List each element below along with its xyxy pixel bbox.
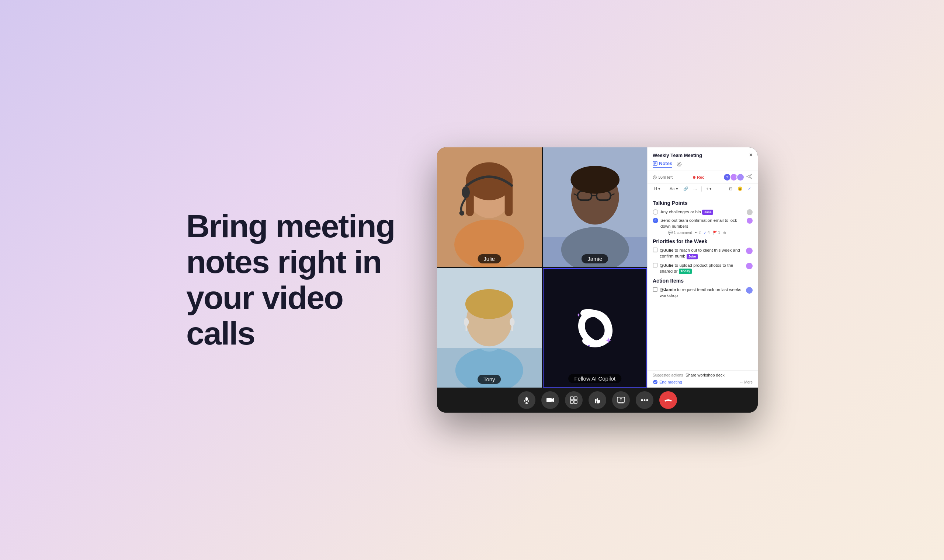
view-button[interactable]: ⊡ xyxy=(728,186,734,192)
priority-1-text: @Julie to reach out to client this week … xyxy=(660,247,744,259)
close-button[interactable]: × xyxy=(749,152,753,158)
svg-point-24 xyxy=(510,318,515,326)
confirm-button[interactable]: ✓ xyxy=(747,186,753,192)
toolbar-row: H ▾ Aa ▾ 🔗 ··· + ▾ ⊡ 🙂 ✓ xyxy=(648,184,758,194)
svg-rect-43 xyxy=(546,398,552,402)
hand-icon xyxy=(594,396,601,404)
hero-section: Bring meeting notes right in your video … xyxy=(186,209,407,351)
ai-label: Fellow AI Copilot xyxy=(568,374,622,383)
share-screen-button[interactable] xyxy=(612,391,630,409)
svg-text:✦: ✦ xyxy=(576,312,581,318)
comment-bar: 💬 1 comment •• 2 ✓ 4 xyxy=(668,231,745,235)
svg-rect-48 xyxy=(574,400,577,403)
emoji-button[interactable]: 🙂 xyxy=(736,186,744,192)
svg-point-16 xyxy=(571,166,620,194)
action-item-1-text: @Jamie to request feedback on last weeks… xyxy=(660,287,744,298)
mic-icon xyxy=(523,397,530,404)
avatar-purple-1 xyxy=(747,218,753,224)
add-reaction[interactable]: ⊕ xyxy=(723,231,726,235)
action-checkbox-1[interactable] xyxy=(653,287,657,292)
rec-dot xyxy=(693,176,696,179)
svg-point-7 xyxy=(460,211,464,216)
phone-end-icon xyxy=(664,397,673,403)
action-item-1: @Jamie to request feedback on last weeks… xyxy=(653,287,753,298)
more-text[interactable]: ··· More xyxy=(740,380,753,384)
talking-point-1: Any challenges or bloJulie xyxy=(653,209,753,215)
comment-emoji: 💬 xyxy=(668,231,673,235)
svg-rect-46 xyxy=(574,397,577,400)
priority-2-text: @Julie to upload product photos to the s… xyxy=(660,262,744,274)
svg-rect-47 xyxy=(571,400,574,403)
jamie-label: Jamie xyxy=(582,254,608,263)
link-button[interactable]: 🔗 xyxy=(682,186,690,192)
svg-point-22 xyxy=(464,318,469,326)
avatar-indigo-1 xyxy=(746,287,753,294)
action-items-heading: Action Items xyxy=(653,278,753,284)
talking-points-heading: Talking Points xyxy=(653,200,753,206)
talking-point-2: Send out team confirmation email to lock… xyxy=(653,217,753,235)
reaction-count: •• 2 xyxy=(695,231,700,235)
comment-text: 1 comment xyxy=(674,231,692,235)
svg-point-21 xyxy=(465,289,513,319)
end-meeting-bar: End meeting ··· More xyxy=(648,378,758,388)
text-format-button[interactable]: Aa ▾ xyxy=(668,186,680,192)
svg-marker-44 xyxy=(552,398,554,402)
end-meeting-button[interactable]: End meeting xyxy=(653,380,682,385)
video-grid: Julie xyxy=(437,148,647,388)
fellow-logo-icon: ✦ ✦ ✦ xyxy=(571,304,619,352)
raise-hand-button[interactable] xyxy=(589,391,606,409)
mic-button[interactable] xyxy=(518,391,535,409)
julie-tag-2: Julie xyxy=(686,254,698,259)
control-bar xyxy=(437,388,758,412)
suggested-label: Suggested actions xyxy=(653,373,683,377)
avatar-gray-1 xyxy=(747,209,753,215)
checkbox-unchecked-1[interactable] xyxy=(653,209,658,215)
camera-icon xyxy=(546,397,554,403)
send-icon[interactable] xyxy=(746,173,753,180)
ai-copilot-container: ✦ ✦ ✦ xyxy=(543,269,647,387)
svg-point-55 xyxy=(644,399,646,401)
priority-checkbox-1[interactable] xyxy=(653,248,657,252)
layout-button[interactable] xyxy=(565,391,583,409)
insert-button[interactable]: + ▾ xyxy=(705,186,713,192)
clock-icon xyxy=(653,175,657,179)
tab-notes[interactable]: Notes xyxy=(653,161,672,168)
checkmark-count: ✓ 4 xyxy=(703,231,710,235)
heading-button[interactable]: H ▾ xyxy=(653,186,662,192)
today-tag: Today xyxy=(679,269,692,274)
checkbox-checked-1[interactable] xyxy=(653,218,658,223)
svg-rect-40 xyxy=(526,397,528,401)
meeting-avatars: T xyxy=(725,173,753,181)
end-call-button[interactable] xyxy=(659,391,677,409)
svg-point-34 xyxy=(679,163,680,165)
avatar-j2 xyxy=(736,173,745,181)
julie-label: Julie xyxy=(478,254,501,263)
settings-icon[interactable] xyxy=(677,162,682,167)
suggested-action: Share workshop deck xyxy=(685,373,725,377)
grid-icon xyxy=(570,397,577,404)
toolbar-divider-1 xyxy=(665,186,665,192)
meeting-info-bar: 36m left Rec T xyxy=(648,171,758,184)
hero-text: Bring meeting notes right in your video … xyxy=(186,209,407,351)
more-options-button[interactable] xyxy=(636,391,653,409)
notes-tabs: Notes xyxy=(653,161,753,168)
priority-checkbox-2[interactable] xyxy=(653,263,657,268)
flag-count: 🚩 1 xyxy=(713,231,720,235)
tony-label: Tony xyxy=(478,375,501,384)
avatar-purple-2 xyxy=(746,248,753,254)
talking-point-1-text: Any challenges or bloJulie xyxy=(660,209,745,215)
app-window-section: Julie xyxy=(437,148,758,412)
camera-button[interactable] xyxy=(541,391,559,409)
video-cell-julie: Julie xyxy=(437,148,542,267)
app-window: Julie xyxy=(437,148,758,412)
svg-point-56 xyxy=(646,399,648,401)
notes-body: Talking Points Any challenges or bloJuli… xyxy=(648,194,758,370)
notes-title-row: Weekly Team Meeting × xyxy=(653,152,753,158)
video-cell-jamie: Jamie xyxy=(543,148,648,267)
talking-point-2-text: Send out team confirmation email to lock… xyxy=(660,217,745,229)
share-screen-icon xyxy=(617,397,625,403)
checkmark-circle-icon xyxy=(653,380,658,385)
more-format-button[interactable]: ··· xyxy=(692,186,699,192)
video-cell-ai: ✦ ✦ ✦ Fellow AI Copilot xyxy=(543,268,648,388)
hero-line-2: notes right in xyxy=(186,243,381,280)
